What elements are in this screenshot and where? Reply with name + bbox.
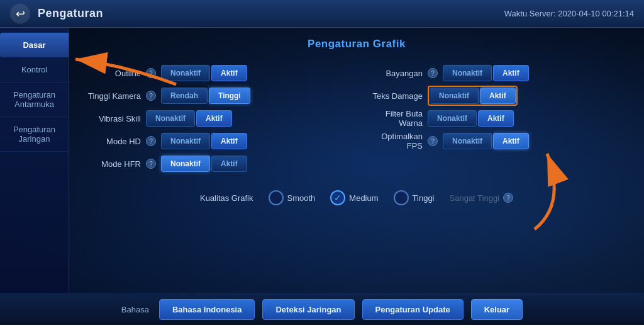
left-settings: Outline ? Nonaktif Aktif Tinggi Kamera ?… (84, 62, 347, 175)
bayangan-active-btn[interactable]: Aktif (493, 65, 529, 81)
page-title: Pengaturan (38, 7, 103, 20)
vibrasi-inactive-btn[interactable]: Nonaktif (146, 110, 195, 127)
outline-active-btn[interactable]: Aktif (211, 65, 247, 81)
kamera-rendah-btn[interactable]: Rendah (161, 88, 208, 104)
mode-hfr-row: Mode HFR ? Nonaktif Aktif (84, 152, 347, 175)
bahasa-label: Bahasa (121, 305, 149, 314)
kamera-tinggi-btn[interactable]: Tinggi (209, 88, 250, 104)
optimalkan-fps-help-icon[interactable]: ? (428, 136, 438, 146)
optimalkan-fps-toggle: Nonaktif Aktif (443, 133, 529, 149)
optimalkan-fps-row: Optimalkan FPS ? Nonaktif Aktif (366, 130, 629, 152)
outline-inactive-btn[interactable]: Nonaktif (161, 65, 210, 81)
bayangan-row: Bayangan ? Nonaktif Aktif (366, 62, 629, 84)
filter-buta-warna-row: Filter Buta Warna Nonaktif Aktif (366, 107, 629, 130)
teks-damage-active-btn[interactable]: Aktif (480, 88, 516, 104)
quality-disabled-option: Sangat Tinggi ? (450, 193, 514, 203)
quality-label: Kualitas Grafik (200, 193, 253, 203)
tinggi-kamera-label: Tinggi Kamera (84, 91, 141, 101)
teks-damage-toggle: Nonaktif Aktif (428, 86, 518, 106)
mode-hd-label: Mode HD (84, 137, 141, 146)
check-icon: ✓ (334, 193, 341, 203)
sidebar-item-dasar[interactable]: Dasar (0, 33, 69, 57)
keluar-btn[interactable]: Keluar (471, 299, 523, 320)
vibrasi-toggle: Nonaktif Aktif (146, 110, 232, 127)
mode-hd-help-icon[interactable]: ? (146, 136, 156, 146)
bayangan-label: Bayangan (366, 69, 423, 78)
vibrasi-skill-label: Vibrasi Skill (84, 114, 141, 123)
quality-sangat-tinggi-label: Sangat Tinggi (450, 193, 500, 203)
vibrasi-skill-row: Vibrasi Skill Nonaktif Aktif (84, 107, 347, 130)
quality-tinggi-label: Tinggi (413, 193, 435, 203)
back-icon: ↩ (16, 7, 25, 21)
tinggi-kamera-toggle: Rendah Tinggi (161, 88, 250, 104)
quality-medium-option[interactable]: ✓ Medium (330, 190, 378, 205)
teks-damage-row: Teks Damage Nonaktif Aktif (366, 84, 629, 107)
deteksi-jaringan-btn[interactable]: Deteksi Jaringan (262, 299, 354, 320)
quality-row: Kualitas Grafik Smooth ✓ Medium Tinggi S… (84, 185, 629, 210)
bahasa-indonesia-btn[interactable]: Bahasa Indonesia (159, 299, 255, 320)
mode-hd-row: Mode HD ? Nonaktif Aktif (84, 130, 347, 152)
quality-sangat-tinggi-help-icon[interactable]: ? (503, 193, 513, 203)
filter-active-btn[interactable]: Aktif (478, 110, 514, 127)
settings-grid: Outline ? Nonaktif Aktif Tinggi Kamera ?… (84, 62, 629, 175)
bayangan-toggle: Nonaktif Aktif (443, 65, 529, 81)
back-button[interactable]: ↩ (10, 4, 30, 24)
teks-damage-inactive-btn[interactable]: Nonaktif (430, 88, 479, 104)
top-bar-left: ↩ Pengaturan (10, 4, 103, 24)
quality-smooth-radio (269, 190, 284, 205)
hfr-active-btn[interactable]: Aktif (211, 156, 247, 172)
bottom-bar: Bahasa Bahasa Indonesia Deteksi Jaringan… (0, 294, 644, 325)
right-settings: Bayangan ? Nonaktif Aktif Teks Damage No… (366, 62, 629, 175)
filter-inactive-btn[interactable]: Nonaktif (428, 110, 477, 127)
quality-smooth-option[interactable]: Smooth (269, 190, 316, 205)
bayangan-inactive-btn[interactable]: Nonaktif (443, 65, 492, 81)
bayangan-help-icon[interactable]: ? (428, 68, 438, 78)
hd-inactive-btn[interactable]: Nonaktif (161, 133, 210, 149)
sidebar-item-jaringan[interactable]: Pengaturan Jaringan (0, 117, 69, 152)
quality-medium-label: Medium (349, 193, 378, 203)
hfr-inactive-btn[interactable]: Nonaktif (161, 156, 210, 172)
content-area: Pengaturan Grafik Outline ? Nonaktif Akt… (69, 28, 644, 294)
quality-smooth-label: Smooth (287, 193, 316, 203)
outline-row: Outline ? Nonaktif Aktif (84, 62, 347, 84)
quality-tinggi-option[interactable]: Tinggi (394, 190, 435, 205)
optimalkan-fps-label: Optimalkan FPS (366, 132, 423, 151)
tinggi-kamera-help-icon[interactable]: ? (146, 91, 156, 101)
tinggi-kamera-row: Tinggi Kamera ? Rendah Tinggi (84, 84, 347, 107)
quality-tinggi-radio (394, 190, 409, 205)
sidebar-item-antarmuka[interactable]: Pengaturan Antarmuka (0, 83, 69, 117)
top-bar: ↩ Pengaturan Waktu Server: 2020-04-10 00… (0, 0, 644, 28)
outline-label: Outline (84, 69, 141, 78)
hd-active-btn[interactable]: Aktif (211, 133, 247, 149)
teks-damage-label: Teks Damage (366, 91, 423, 101)
filter-buta-warna-label: Filter Buta Warna (366, 109, 423, 128)
mode-hfr-toggle: Nonaktif Aktif (161, 156, 247, 172)
fps-inactive-btn[interactable]: Nonaktif (443, 133, 492, 149)
fps-active-btn[interactable]: Aktif (493, 133, 529, 149)
sidebar-item-kontrol[interactable]: Kontrol (0, 57, 69, 83)
sidebar: Dasar Kontrol Pengaturan Antarmuka Penga… (0, 28, 69, 294)
mode-hfr-help-icon[interactable]: ? (146, 159, 156, 169)
filter-buta-warna-toggle: Nonaktif Aktif (428, 110, 514, 127)
quality-medium-radio: ✓ (330, 190, 345, 205)
main-layout: Dasar Kontrol Pengaturan Antarmuka Penga… (0, 28, 644, 294)
outline-help-icon[interactable]: ? (146, 68, 156, 78)
outline-toggle: Nonaktif Aktif (161, 65, 247, 81)
pengaturan-update-btn[interactable]: Pengaturan Update (362, 299, 464, 320)
section-title: Pengaturan Grafik (84, 38, 629, 50)
mode-hfr-label: Mode HFR (84, 159, 141, 169)
server-time: Waktu Server: 2020-04-10 00:21:14 (504, 9, 634, 18)
vibrasi-active-btn[interactable]: Aktif (196, 110, 232, 127)
mode-hd-toggle: Nonaktif Aktif (161, 133, 247, 149)
